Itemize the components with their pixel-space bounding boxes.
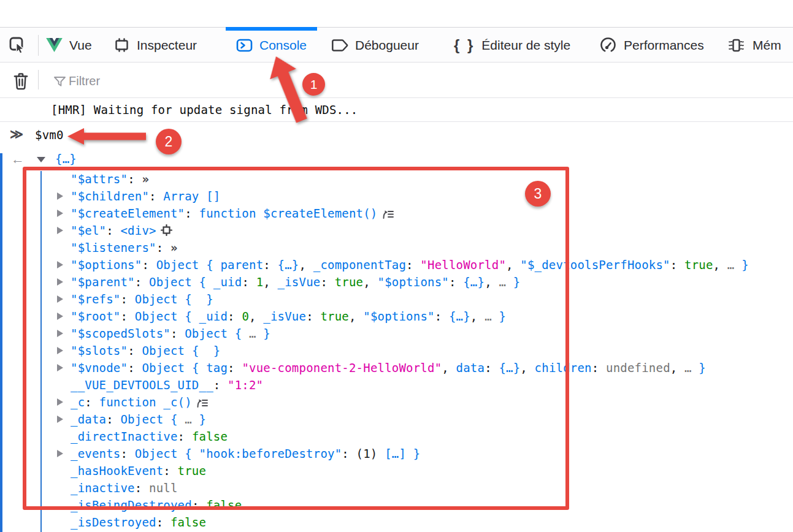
expand-arrow-icon[interactable]	[57, 364, 63, 371]
tab-inspecteur[interactable]: Inspecteur	[103, 28, 207, 63]
tab-performances[interactable]: Performances	[589, 28, 714, 63]
result-object-preview[interactable]: {…}	[55, 152, 77, 165]
property-preview: _isBeingDestroyed: false	[71, 496, 242, 514]
property-value: :	[149, 189, 163, 203]
property-value: Object { }	[142, 344, 220, 357]
property-preview: "$children": Array []	[71, 188, 220, 205]
property-value: :	[228, 310, 242, 323]
property-value: "vue-component-2-HelloWorld"	[242, 361, 442, 374]
property-value: Object {	[135, 447, 199, 460]
console-icon	[236, 38, 253, 53]
expand-arrow-icon[interactable]	[57, 450, 63, 457]
property-value: false	[206, 498, 242, 512]
property-value: ,	[363, 275, 377, 289]
property-value: Object { }	[135, 292, 213, 306]
expand-arrow-icon[interactable]	[57, 295, 63, 303]
property-value: …	[727, 258, 735, 272]
property-value: :	[128, 344, 142, 357]
devtools-tab-bar: VueInspecteurConsoleDébogueur{ }Éditeur …	[0, 27, 793, 63]
property-value: true	[320, 310, 349, 323]
clear-console-icon[interactable]	[12, 71, 30, 93]
property-key: "$el"	[71, 224, 106, 237]
property-preview: __VUE_DEVTOOLS_UID__: "1:2"	[71, 376, 263, 393]
expand-arrow-icon[interactable]	[57, 330, 63, 337]
node-picker-icon[interactable]	[9, 36, 27, 57]
property-value: Object {	[149, 275, 213, 289]
property-key: _hasHookEvent	[71, 464, 163, 477]
property-key: "$refs"	[71, 292, 120, 306]
input-prompt-icon: ≫	[10, 127, 23, 142]
collapse-caret-icon[interactable]	[37, 157, 45, 162]
property-preview: "$createElement": function $createElemen…	[71, 205, 394, 223]
property-value: "1:2"	[228, 378, 263, 392]
expand-arrow-icon[interactable]	[57, 278, 63, 286]
property-value: :	[449, 275, 463, 289]
property-value: Object {	[142, 361, 206, 374]
inspect-node-icon[interactable]	[161, 223, 172, 240]
property-key: "hook:beforeDestroy"	[199, 447, 342, 460]
property-value: Object {	[156, 258, 221, 272]
property-value: :	[120, 292, 134, 306]
expand-arrow-icon[interactable]	[57, 313, 63, 320]
tab-console[interactable]: Console	[226, 28, 317, 63]
tree-row: _events: Object { "hook:beforeDestroy": …	[0, 445, 793, 462]
property-key: "$children"	[71, 189, 149, 203]
debugger-icon	[331, 38, 348, 53]
property-preview: "$refs": Object { }	[71, 291, 213, 308]
property-key: "$slots"	[71, 344, 128, 357]
property-key: _isVue	[278, 275, 321, 289]
property-value: {…}	[449, 310, 470, 323]
property-value: {…}	[499, 361, 520, 374]
tab-editeur-de-style[interactable]: { }Éditeur de style	[443, 28, 581, 63]
property-value: :	[163, 464, 177, 477]
tree-row: "$attrs": »	[0, 170, 793, 188]
property-key: "$vnode"	[71, 361, 128, 374]
property-value: Object {	[120, 412, 185, 426]
property-value: :	[128, 361, 142, 374]
property-value: …	[185, 412, 199, 426]
property-value: <div>	[120, 224, 156, 237]
property-key: _isDestroyed	[71, 515, 156, 529]
expand-arrow-icon[interactable]	[57, 192, 63, 200]
expand-arrow-icon[interactable]	[57, 416, 63, 423]
expand-arrow-icon[interactable]	[57, 347, 63, 354]
invoke-getter-icon[interactable]: »	[170, 241, 178, 254]
property-value: :	[435, 310, 449, 323]
property-value: {…}	[463, 275, 485, 289]
annotation-badge-2: 2	[156, 129, 182, 154]
property-value: :	[263, 258, 277, 272]
jump-to-definition-icon[interactable]	[382, 206, 394, 223]
invoke-getter-icon[interactable]: »	[142, 172, 149, 186]
property-value: …	[249, 327, 263, 340]
property-preview: _c: function _c()	[71, 393, 208, 412]
property-key: tag	[206, 361, 228, 374]
object-property-tree: "$attrs": »"$children": Array []"$create…	[0, 170, 793, 531]
property-key: "$root"	[71, 310, 120, 323]
expand-arrow-icon[interactable]	[57, 210, 63, 217]
property-value: :	[192, 498, 206, 512]
expand-arrow-icon[interactable]	[57, 227, 63, 234]
property-value: }	[263, 327, 270, 340]
expand-arrow-icon[interactable]	[57, 398, 63, 406]
jump-to-definition-icon[interactable]	[196, 395, 208, 412]
tab-vue[interactable]: Vue	[36, 28, 102, 63]
property-value: ,	[485, 275, 499, 289]
tab-debogueur[interactable]: Débogueur	[321, 28, 429, 63]
tab-label: Débogueur	[355, 38, 419, 53]
property-value: (1)	[356, 447, 385, 460]
property-value: ,	[670, 361, 684, 374]
property-key: _directInactive	[71, 430, 178, 443]
property-key: "$scopedSlots"	[71, 327, 170, 340]
tree-row: "$parent": Object { _uid: 1, _isVue: tru…	[0, 273, 793, 291]
tree-row: "$refs": Object { }	[0, 291, 793, 308]
property-key: _events	[71, 447, 120, 460]
tree-row: _inactive: null	[0, 479, 793, 496]
property-key: data	[456, 361, 485, 374]
gauge-icon	[599, 36, 617, 54]
property-value: }	[199, 412, 207, 426]
tab-memoire[interactable]: Mém	[716, 28, 792, 63]
tree-row: "$vnode": Object { tag: "vue-component-2…	[0, 359, 793, 376]
expand-arrow-icon[interactable]	[57, 261, 63, 268]
property-value: ,	[470, 310, 485, 323]
property-preview: "$options": Object { parent: {…}, _compo…	[71, 256, 749, 273]
